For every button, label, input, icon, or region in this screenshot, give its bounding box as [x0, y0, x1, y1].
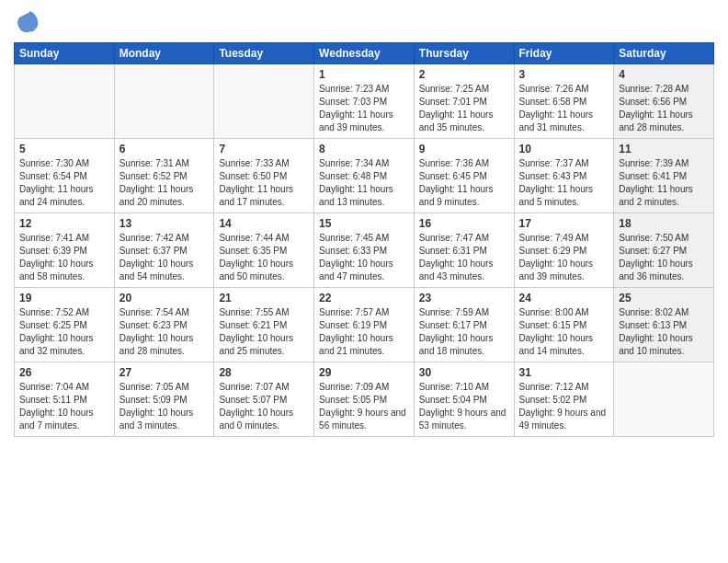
day-number: 14: [219, 217, 309, 230]
calendar-cell: 7Sunrise: 7:33 AM Sunset: 6:50 PM Daylig…: [214, 139, 314, 213]
calendar-cell: 20Sunrise: 7:54 AM Sunset: 6:23 PM Dayli…: [114, 288, 214, 362]
calendar-cell: 23Sunrise: 7:59 AM Sunset: 6:17 PM Dayli…: [414, 288, 514, 362]
calendar-cell: 30Sunrise: 7:10 AM Sunset: 5:04 PM Dayli…: [414, 362, 514, 437]
weekday-header-row: SundayMondayTuesdayWednesdayThursdayFrid…: [15, 43, 714, 64]
calendar-cell: 9Sunrise: 7:36 AM Sunset: 6:45 PM Daylig…: [414, 139, 514, 213]
day-info: Sunrise: 7:26 AM Sunset: 6:58 PM Dayligh…: [519, 83, 609, 134]
day-info: Sunrise: 7:42 AM Sunset: 6:37 PM Dayligh…: [119, 232, 210, 283]
day-info: Sunrise: 7:34 AM Sunset: 6:48 PM Dayligh…: [319, 157, 409, 209]
day-number: 31: [519, 366, 609, 379]
calendar-cell: 15Sunrise: 7:45 AM Sunset: 6:33 PM Dayli…: [314, 213, 415, 288]
calendar-cell: 11Sunrise: 7:39 AM Sunset: 6:41 PM Dayli…: [614, 139, 714, 213]
day-number: 8: [319, 143, 409, 155]
day-info: Sunrise: 7:41 AM Sunset: 6:39 PM Dayligh…: [19, 232, 109, 283]
day-info: Sunrise: 7:50 AM Sunset: 6:27 PM Dayligh…: [619, 232, 709, 283]
day-info: Sunrise: 7:59 AM Sunset: 6:17 PM Dayligh…: [419, 306, 509, 358]
weekday-header-sunday: Sunday: [15, 43, 115, 64]
day-number: 5: [19, 143, 109, 155]
calendar-cell: 25Sunrise: 8:02 AM Sunset: 6:13 PM Dayli…: [614, 288, 714, 362]
day-info: Sunrise: 7:37 AM Sunset: 6:43 PM Dayligh…: [519, 157, 609, 209]
day-info: Sunrise: 7:30 AM Sunset: 6:54 PM Dayligh…: [19, 157, 109, 209]
day-number: 17: [519, 217, 609, 230]
calendar-cell: [214, 64, 314, 139]
day-info: Sunrise: 7:54 AM Sunset: 6:23 PM Dayligh…: [119, 306, 210, 358]
calendar-cell: 12Sunrise: 7:41 AM Sunset: 6:39 PM Dayli…: [15, 213, 115, 288]
day-info: Sunrise: 7:39 AM Sunset: 6:41 PM Dayligh…: [619, 157, 709, 209]
calendar-cell: 24Sunrise: 8:00 AM Sunset: 6:15 PM Dayli…: [514, 288, 614, 362]
day-info: Sunrise: 7:09 AM Sunset: 5:05 PM Dayligh…: [319, 381, 409, 432]
calendar-cell: 18Sunrise: 7:50 AM Sunset: 6:27 PM Dayli…: [614, 213, 714, 288]
day-number: 9: [419, 143, 509, 155]
day-info: Sunrise: 8:00 AM Sunset: 6:15 PM Dayligh…: [519, 306, 609, 358]
weekday-header-monday: Monday: [114, 43, 214, 64]
day-info: Sunrise: 7:05 AM Sunset: 5:09 PM Dayligh…: [119, 381, 210, 432]
day-number: 21: [219, 292, 309, 304]
calendar-cell: 2Sunrise: 7:25 AM Sunset: 7:01 PM Daylig…: [414, 64, 514, 139]
logo: [14, 9, 43, 35]
calendar-page: SundayMondayTuesdayWednesdayThursdayFrid…: [0, 0, 728, 563]
calendar-week-2: 5Sunrise: 7:30 AM Sunset: 6:54 PM Daylig…: [15, 139, 714, 213]
day-info: Sunrise: 7:04 AM Sunset: 5:11 PM Dayligh…: [19, 381, 109, 432]
page-header: [14, 9, 714, 35]
calendar-table: SundayMondayTuesdayWednesdayThursdayFrid…: [14, 42, 714, 437]
day-info: Sunrise: 7:10 AM Sunset: 5:04 PM Dayligh…: [419, 381, 509, 432]
calendar-cell: 19Sunrise: 7:52 AM Sunset: 6:25 PM Dayli…: [15, 288, 115, 362]
day-number: 20: [119, 292, 210, 304]
day-number: 18: [619, 217, 709, 230]
day-number: 7: [219, 143, 309, 155]
day-number: 25: [619, 292, 709, 304]
day-info: Sunrise: 7:36 AM Sunset: 6:45 PM Dayligh…: [419, 157, 509, 209]
day-number: 3: [519, 68, 609, 81]
day-info: Sunrise: 7:49 AM Sunset: 6:29 PM Dayligh…: [519, 232, 609, 283]
day-info: Sunrise: 8:02 AM Sunset: 6:13 PM Dayligh…: [619, 306, 709, 358]
day-number: 15: [319, 217, 409, 230]
calendar-cell: 21Sunrise: 7:55 AM Sunset: 6:21 PM Dayli…: [214, 288, 314, 362]
day-number: 1: [319, 68, 409, 81]
calendar-cell: 27Sunrise: 7:05 AM Sunset: 5:09 PM Dayli…: [114, 362, 214, 437]
calendar-cell: [114, 64, 214, 139]
day-number: 30: [419, 366, 509, 379]
day-number: 6: [119, 143, 210, 155]
calendar-cell: 3Sunrise: 7:26 AM Sunset: 6:58 PM Daylig…: [514, 64, 614, 139]
weekday-header-saturday: Saturday: [614, 43, 714, 64]
day-info: Sunrise: 7:45 AM Sunset: 6:33 PM Dayligh…: [319, 232, 409, 283]
day-info: Sunrise: 7:47 AM Sunset: 6:31 PM Dayligh…: [419, 232, 509, 283]
calendar-cell: 5Sunrise: 7:30 AM Sunset: 6:54 PM Daylig…: [15, 139, 115, 213]
calendar-cell: 22Sunrise: 7:57 AM Sunset: 6:19 PM Dayli…: [314, 288, 415, 362]
day-info: Sunrise: 7:31 AM Sunset: 6:52 PM Dayligh…: [119, 157, 210, 209]
calendar-cell: [614, 362, 714, 437]
calendar-cell: 8Sunrise: 7:34 AM Sunset: 6:48 PM Daylig…: [314, 139, 415, 213]
day-number: 29: [319, 366, 409, 379]
day-number: 23: [419, 292, 509, 304]
calendar-cell: 6Sunrise: 7:31 AM Sunset: 6:52 PM Daylig…: [114, 139, 214, 213]
day-number: 13: [119, 217, 210, 230]
weekday-header-friday: Friday: [514, 43, 614, 64]
day-info: Sunrise: 7:07 AM Sunset: 5:07 PM Dayligh…: [219, 381, 309, 432]
day-number: 11: [619, 143, 709, 155]
calendar-cell: 26Sunrise: 7:04 AM Sunset: 5:11 PM Dayli…: [15, 362, 115, 437]
calendar-cell: 29Sunrise: 7:09 AM Sunset: 5:05 PM Dayli…: [314, 362, 415, 437]
calendar-week-4: 19Sunrise: 7:52 AM Sunset: 6:25 PM Dayli…: [15, 288, 714, 362]
calendar-cell: 16Sunrise: 7:47 AM Sunset: 6:31 PM Dayli…: [414, 213, 514, 288]
calendar-week-3: 12Sunrise: 7:41 AM Sunset: 6:39 PM Dayli…: [15, 213, 714, 288]
day-number: 22: [319, 292, 409, 304]
calendar-cell: 13Sunrise: 7:42 AM Sunset: 6:37 PM Dayli…: [114, 213, 214, 288]
day-number: 16: [419, 217, 509, 230]
calendar-cell: 31Sunrise: 7:12 AM Sunset: 5:02 PM Dayli…: [514, 362, 614, 437]
logo-icon: [14, 9, 40, 35]
calendar-cell: 10Sunrise: 7:37 AM Sunset: 6:43 PM Dayli…: [514, 139, 614, 213]
day-info: Sunrise: 7:44 AM Sunset: 6:35 PM Dayligh…: [219, 232, 309, 283]
calendar-cell: 4Sunrise: 7:28 AM Sunset: 6:56 PM Daylig…: [614, 64, 714, 139]
calendar-cell: 17Sunrise: 7:49 AM Sunset: 6:29 PM Dayli…: [514, 213, 614, 288]
calendar-week-1: 1Sunrise: 7:23 AM Sunset: 7:03 PM Daylig…: [15, 64, 714, 139]
day-info: Sunrise: 7:23 AM Sunset: 7:03 PM Dayligh…: [319, 83, 409, 134]
day-number: 28: [219, 366, 309, 379]
day-info: Sunrise: 7:33 AM Sunset: 6:50 PM Dayligh…: [219, 157, 309, 209]
calendar-cell: [15, 64, 115, 139]
day-info: Sunrise: 7:57 AM Sunset: 6:19 PM Dayligh…: [319, 306, 409, 358]
day-number: 26: [19, 366, 109, 379]
weekday-header-tuesday: Tuesday: [214, 43, 314, 64]
day-info: Sunrise: 7:12 AM Sunset: 5:02 PM Dayligh…: [519, 381, 609, 432]
day-number: 24: [519, 292, 609, 304]
day-number: 27: [119, 366, 210, 379]
